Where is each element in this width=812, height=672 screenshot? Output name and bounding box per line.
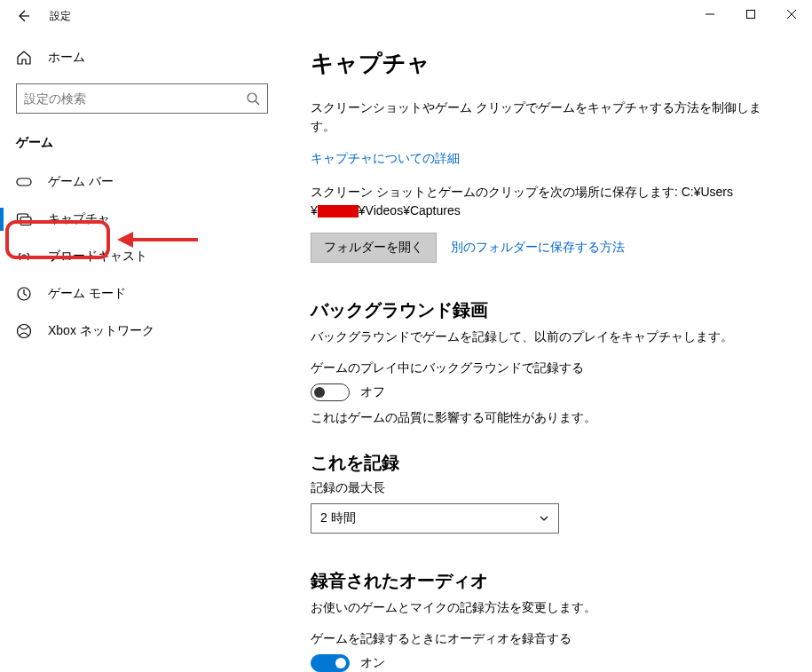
audio-desc: お使いのゲームとマイクの記録方法を変更します。 — [311, 598, 777, 617]
bg-toggle-state: オフ — [360, 384, 385, 400]
audio-toggle-label: ゲームを記録するときにオーディオを録音する — [311, 631, 777, 647]
other-folder-link[interactable]: 別のフォルダーに保存する方法 — [451, 240, 625, 256]
audio-toggle-state: オン — [360, 655, 385, 671]
sidebar-item-broadcast[interactable]: ブロードキャスト — [0, 238, 284, 275]
nav-label: キャプチャ — [48, 211, 110, 227]
bg-note: これはゲームの品質に影響する可能性があります。 — [311, 410, 777, 426]
home-label: ホーム — [48, 50, 85, 66]
redacted-username — [318, 205, 359, 217]
home-icon — [16, 50, 32, 66]
minimize-button[interactable] — [690, 0, 730, 28]
capture-icon — [16, 211, 32, 227]
page-title: キャプチャ — [311, 48, 777, 79]
content-pane: キャプチャ スクリーンショットやゲーム クリップでゲームをキャプチャする方法を制… — [284, 32, 812, 672]
svg-line-5 — [256, 101, 259, 105]
open-folder-button[interactable]: フォルダーを開く — [311, 233, 437, 263]
intro-text: スクリーンショットやゲーム クリップでゲームをキャプチャする方法を制御します。 — [311, 99, 777, 136]
svg-rect-1 — [747, 11, 755, 19]
bg-desc: バックグラウンドでゲームを記録して、以前のプレイをキャプチャします。 — [311, 328, 777, 346]
search-input[interactable] — [24, 91, 246, 106]
chevron-down-icon — [539, 513, 549, 524]
broadcast-icon — [16, 249, 32, 265]
svg-rect-8 — [20, 217, 31, 225]
bg-heading: バックグラウンド録画 — [311, 298, 777, 322]
sidebar-item-capture[interactable]: キャプチャ — [0, 201, 284, 238]
maximize-button[interactable] — [730, 0, 771, 28]
audio-record-toggle[interactable] — [311, 654, 350, 672]
xbox-icon — [16, 323, 32, 339]
search-input-container[interactable] — [16, 83, 268, 114]
sidebar-item-xbox[interactable]: Xbox ネットワーク — [0, 312, 284, 350]
back-button[interactable] — [12, 5, 34, 27]
sidebar-item-gamebar[interactable]: ゲーム バー — [0, 163, 284, 201]
section-header-gaming: ゲーム — [0, 130, 284, 163]
search-icon — [246, 91, 260, 106]
gamebar-icon — [16, 174, 32, 190]
svg-point-11 — [18, 325, 31, 338]
svg-point-4 — [248, 93, 256, 102]
nav-label: Xbox ネットワーク — [48, 323, 154, 339]
window-title: 設定 — [50, 9, 71, 24]
learn-more-link[interactable]: キャプチャについての詳細 — [311, 151, 460, 165]
gamemode-icon — [16, 286, 32, 302]
audio-heading: 録音されたオーディオ — [311, 569, 777, 593]
max-length-dropdown[interactable]: 2 時間 — [311, 503, 559, 534]
dropdown-value: 2 時間 — [320, 510, 356, 526]
bg-toggle-label: ゲームのプレイ中にバックグラウンドで記録する — [311, 360, 777, 376]
sidebar: ホーム ゲーム ゲーム バー キャプチャ ブロードキャスト ゲーム モード Xb — [0, 32, 284, 672]
close-button[interactable] — [771, 0, 812, 28]
sidebar-item-gamemode[interactable]: ゲーム モード — [0, 275, 284, 312]
nav-label: ゲーム バー — [48, 174, 114, 190]
bg-record-toggle[interactable] — [311, 383, 350, 401]
svg-point-9 — [22, 255, 26, 258]
record-max-label: 記録の最大長 — [311, 480, 777, 496]
nav-label: ゲーム モード — [48, 286, 126, 302]
record-heading: これを記録 — [311, 451, 777, 475]
nav-label: ブロードキャスト — [48, 249, 147, 265]
save-path-text: スクリーン ショットとゲームのクリップを次の場所に保存します: C:¥Users… — [311, 183, 777, 220]
home-nav[interactable]: ホーム — [0, 41, 284, 75]
svg-rect-6 — [17, 178, 31, 186]
